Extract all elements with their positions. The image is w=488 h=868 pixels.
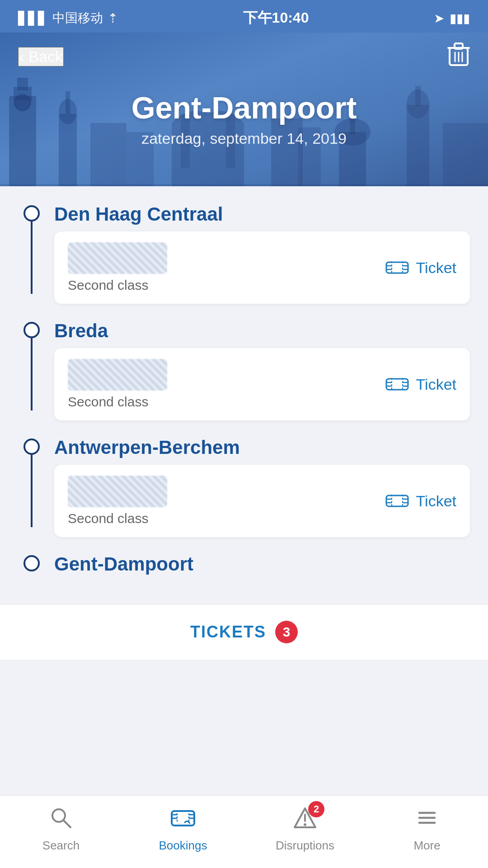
back-button[interactable]: ‹ Back <box>18 47 64 66</box>
station-name-1: Den Haag Centraal <box>54 200 470 231</box>
timeline-dot-col-1 <box>18 200 45 294</box>
timeline-item-4: Gent-Dampoort <box>0 550 488 595</box>
ticket-class-3: Second class <box>68 511 167 526</box>
search-nav-label: Search <box>42 839 80 853</box>
tickets-bar[interactable]: TICKETS 3 <box>0 604 488 660</box>
timeline-dot-3 <box>23 439 40 455</box>
bookings-nav-label: Bookings <box>159 839 207 853</box>
svg-rect-41 <box>386 495 408 506</box>
disruptions-nav-icon-wrap: 2 <box>294 807 316 834</box>
timeline-dot-col-2 <box>18 316 45 410</box>
ticket-icon-2 <box>385 375 409 393</box>
station-name-3: Antwerpen-Berchem <box>54 433 470 465</box>
station-name-4: Gent-Dampoort <box>54 550 470 581</box>
timeline-line-3 <box>31 455 33 527</box>
svg-rect-23 <box>455 43 463 49</box>
status-bar: ▋▋▋ 中国移动 ⇡ 下午10:40 ➤ ▮▮▮ <box>0 0 488 33</box>
ticket-class-1: Second class <box>68 278 167 293</box>
status-left: ▋▋▋ 中国移动 ⇡ <box>18 9 118 27</box>
timeline-item-3: Antwerpen-Berchem Second class <box>0 433 488 550</box>
hero-content: Gent-Dampoort zaterdag, september 14, 20… <box>0 81 488 156</box>
bookings-nav-icon <box>171 807 195 834</box>
hero-section: ‹ Back Gent-Dampoort zaterdag, september… <box>0 33 488 186</box>
timeline-container: Den Haag Centraal Second class <box>0 186 488 669</box>
more-nav-label: More <box>413 839 440 853</box>
nav-bar: ‹ Back <box>0 33 488 81</box>
ticket-label-1: Ticket <box>416 259 456 277</box>
hero-subtitle: zaterdag, september 14, 2019 <box>9 130 479 147</box>
timeline-content-2: Breda Second class <box>54 316 470 433</box>
timeline-content-4: Gent-Dampoort <box>54 550 470 595</box>
ticket-label-3: Ticket <box>416 492 456 510</box>
timeline-content-1: Den Haag Centraal Second class <box>54 200 470 316</box>
ticket-action-3[interactable]: Ticket <box>385 492 456 510</box>
svg-point-59 <box>304 823 306 826</box>
ticket-card-1[interactable]: Second class Ticket <box>54 231 470 304</box>
timeline-dot-2 <box>23 322 40 338</box>
ticket-card-left-2: Second class <box>68 359 167 410</box>
tickets-count-badge: 3 <box>275 621 298 643</box>
ticket-label-2: Ticket <box>416 376 456 393</box>
search-nav-icon <box>50 807 72 834</box>
trash-icon <box>447 42 470 68</box>
nav-item-more[interactable]: More <box>366 807 488 853</box>
timeline-dot-col-4 <box>18 550 45 571</box>
ticket-class-2: Second class <box>68 394 167 410</box>
ticket-card-2[interactable]: Second class Ticket <box>54 348 470 420</box>
ticket-icon-3 <box>385 492 409 510</box>
svg-rect-27 <box>386 262 408 273</box>
status-time: 下午10:40 <box>243 8 309 28</box>
location-icon: ➤ <box>434 11 444 26</box>
wifi-icon: ⇡ <box>108 11 118 26</box>
nav-item-bookings[interactable]: Bookings <box>122 807 244 853</box>
ticket-action-2[interactable]: Ticket <box>385 375 456 393</box>
timeline-line-1 <box>31 222 33 294</box>
signal-icon: ▋▋▋ <box>18 11 48 26</box>
back-chevron-icon: ‹ <box>19 48 24 66</box>
tickets-bar-label: TICKETS <box>190 623 266 642</box>
ticket-image-2 <box>68 359 167 391</box>
ticket-image-1 <box>68 242 167 274</box>
timeline-line-2 <box>31 338 33 410</box>
disruptions-badge: 2 <box>308 801 324 817</box>
svg-rect-20 <box>0 184 488 186</box>
bottom-nav: Search Bookings 2 <box>0 795 488 868</box>
timeline-dot-4 <box>23 555 40 571</box>
disruptions-nav-label: Disruptions <box>276 839 334 853</box>
delete-button[interactable] <box>447 42 470 72</box>
ticket-card-left-3: Second class <box>68 476 167 526</box>
more-nav-icon <box>416 807 438 834</box>
nav-item-disruptions[interactable]: 2 Disruptions <box>244 807 366 853</box>
battery-icon: ▮▮▮ <box>450 11 470 26</box>
ticket-card-left-1: Second class <box>68 242 167 293</box>
ticket-action-1[interactable]: Ticket <box>385 259 456 277</box>
status-right: ➤ ▮▮▮ <box>434 11 470 26</box>
timeline-dot-col-3 <box>18 433 45 527</box>
timeline-item-1: Den Haag Centraal Second class <box>0 200 488 316</box>
hero-title: Gent-Dampoort <box>9 90 479 125</box>
svg-line-49 <box>63 820 70 827</box>
svg-rect-34 <box>386 379 408 390</box>
back-label: Back <box>28 48 63 66</box>
timeline-dot-1 <box>23 205 40 222</box>
ticket-card-3[interactable]: Second class Ticket <box>54 465 470 537</box>
station-name-2: Breda <box>54 316 470 348</box>
ticket-icon-1 <box>385 259 409 277</box>
carrier-label: 中国移动 <box>52 9 103 27</box>
nav-item-search[interactable]: Search <box>0 807 122 853</box>
timeline-item-2: Breda Second class <box>0 316 488 433</box>
timeline-content-3: Antwerpen-Berchem Second class <box>54 433 470 550</box>
ticket-image-3 <box>68 476 167 507</box>
